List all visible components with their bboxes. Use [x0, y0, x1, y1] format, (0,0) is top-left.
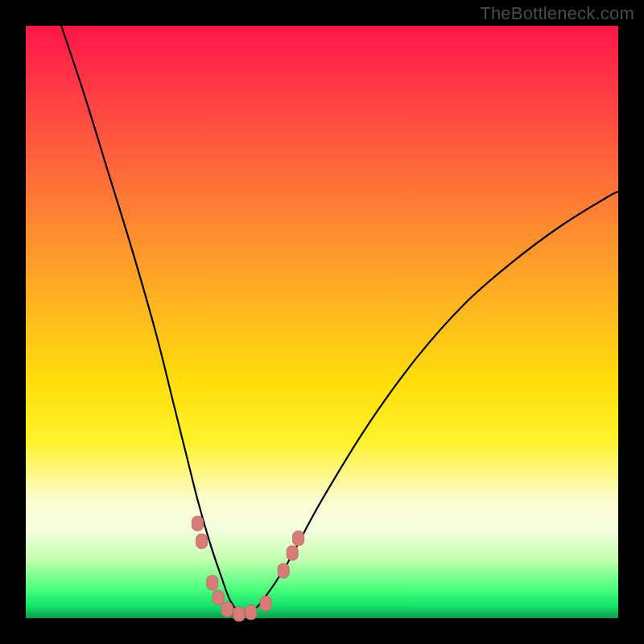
curve-marker [293, 531, 304, 546]
chart-frame: TheBottleneck.com [0, 0, 644, 644]
curve-marker [196, 534, 208, 548]
curve-marker [213, 590, 224, 605]
curve-marker [207, 576, 218, 590]
bottleneck-curve [61, 26, 618, 615]
watermark-text: TheBottleneck.com [480, 3, 634, 24]
curve-marker [260, 597, 271, 611]
curve-svg [26, 26, 618, 618]
curve-marker [278, 564, 289, 578]
curve-marker [287, 546, 298, 560]
curve-marker [246, 605, 257, 620]
curve-marker [192, 516, 203, 530]
plot-area [26, 26, 618, 618]
curve-markers [192, 516, 303, 621]
curve-marker [233, 607, 245, 621]
curve-marker [221, 602, 233, 617]
